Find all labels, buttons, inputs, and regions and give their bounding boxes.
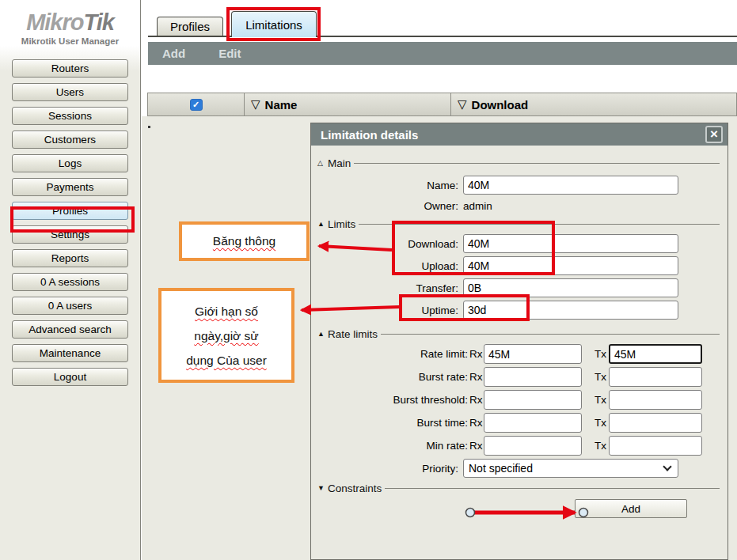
section-rule <box>381 334 720 335</box>
priority-value: Not specified <box>469 462 533 475</box>
burst-rate-row: Burst rate: Rx Tx <box>317 367 720 387</box>
sort-icon: ▽ <box>251 97 260 112</box>
select-all-header-cell: ✓ <box>147 93 245 116</box>
triangle-up-outline-icon: △ <box>317 159 328 167</box>
sort-icon: ▽ <box>458 97 467 112</box>
logo-text-mikro: Mikro <box>26 9 83 35</box>
callout-uptime-line1: Giới hạn số <box>195 299 258 324</box>
burst-rate-tx-input[interactable] <box>609 367 702 387</box>
section-label: Main <box>328 157 351 169</box>
annotation-box-profiles-button <box>10 206 135 233</box>
section-constraints[interactable]: ▼ Constraints <box>317 482 720 494</box>
checkmark-icon: ✓ <box>192 100 199 110</box>
owner-row: Owner: admin <box>317 199 720 213</box>
annotation-box-download-upload <box>392 221 555 275</box>
burst-rate-label: Burst rate: <box>317 371 468 383</box>
tx-label: Tx <box>595 440 609 452</box>
priority-label: Priority: <box>317 463 458 475</box>
sidebar-item-reports[interactable]: Reports <box>12 249 128 267</box>
row-marker <box>148 126 150 128</box>
rx-label: Rx <box>469 371 484 383</box>
rate-limit-rx-input[interactable] <box>484 344 582 364</box>
app-subtitle: Mikrotik User Manager <box>0 36 140 46</box>
min-rate-label: Min rate: <box>317 440 468 452</box>
add-row: Add <box>317 499 720 518</box>
rx-label: Rx <box>469 440 484 452</box>
callout-uptime-line2: ngày,giờ sử <box>194 324 258 348</box>
sidebar-item-users[interactable]: Users <box>12 83 128 101</box>
rx-label: Rx <box>469 348 484 360</box>
burst-time-tx-input[interactable] <box>609 413 702 433</box>
dialog-body: △ Main Name: Owner: admin ▲ Limits Downl… <box>311 157 728 518</box>
sidebar-item-maintenance[interactable]: Maintenance <box>12 344 128 362</box>
rx-label: Rx <box>469 417 484 429</box>
section-main[interactable]: △ Main <box>317 157 720 169</box>
close-icon[interactable]: × <box>705 126 723 143</box>
burst-threshold-label: Burst threshold: <box>317 394 468 406</box>
callout-bandwidth: Băng thông <box>179 221 310 261</box>
column-header-download[interactable]: ▽ Download <box>450 93 737 116</box>
rate-limit-row: Rate limit: Rx Tx <box>317 344 720 364</box>
sidebar-item-advanced-search[interactable]: Advanced search <box>12 320 128 339</box>
toolbar: Add Edit <box>148 42 737 65</box>
section-rule <box>385 488 720 489</box>
min-rate-tx-input[interactable] <box>609 436 702 456</box>
name-row: Name: <box>317 176 720 195</box>
callout-uptime-line3: dụng Của user <box>186 348 267 373</box>
edit-menu-item[interactable]: Edit <box>218 47 241 60</box>
section-label: Limits <box>328 218 355 230</box>
section-label: Rate limits <box>328 328 378 340</box>
name-input[interactable] <box>463 176 678 195</box>
burst-threshold-row: Burst threshold: Rx Tx <box>317 390 720 410</box>
min-rate-rx-input[interactable] <box>484 436 582 456</box>
sidebar-item-customers[interactable]: Customers <box>12 131 128 149</box>
table-header: ✓ ▽ Name ▽ Download <box>147 93 737 116</box>
rate-limit-tx-input[interactable] <box>609 344 702 364</box>
burst-threshold-rx-input[interactable] <box>484 390 582 410</box>
callout-uptime-limit: Giới hạn số ngày,giờ sử dụng Của user <box>158 288 294 383</box>
burst-rate-rx-input[interactable] <box>484 367 582 387</box>
add-button[interactable]: Add <box>575 499 687 518</box>
select-all-checkbox[interactable]: ✓ <box>190 99 203 111</box>
triangle-up-icon: ▲ <box>317 220 328 228</box>
rx-label: Rx <box>469 394 484 406</box>
section-label: Constraints <box>328 482 382 494</box>
burst-time-row: Burst time: Rx Tx <box>317 413 720 433</box>
column-header-name[interactable]: ▽ Name <box>244 93 451 116</box>
owner-label: Owner: <box>317 200 458 212</box>
logo-text-tik: Tik <box>83 9 113 35</box>
user-manager-app: MikroTik Mikrotik User Manager Routers U… <box>0 0 737 560</box>
add-menu-item[interactable]: Add <box>162 47 185 60</box>
chevron-down-icon <box>663 462 671 471</box>
tx-label: Tx <box>595 417 609 429</box>
transfer-label: Transfer: <box>317 282 458 294</box>
sidebar-item-logout[interactable]: Logout <box>12 368 128 386</box>
limitation-details-dialog: Limitation details × △ Main Name: Owner:… <box>310 123 728 560</box>
sidebar-item-payments[interactable]: Payments <box>12 178 128 196</box>
name-label: Name: <box>317 180 458 191</box>
dialog-titlebar: Limitation details × <box>311 123 728 146</box>
triangle-up-icon: ▲ <box>317 330 328 338</box>
mikrotik-logo: MikroTik Mikrotik User Manager <box>0 0 140 46</box>
priority-row: Priority: Not specified <box>317 459 720 478</box>
sidebar-item-active-sessions[interactable]: 0 A sessions <box>12 273 128 291</box>
sidebar-item-routers[interactable]: Routers <box>12 59 128 78</box>
annotation-box-limitations-tab <box>226 7 321 41</box>
burst-threshold-tx-input[interactable] <box>609 390 702 410</box>
annotation-box-uptime <box>399 294 530 321</box>
priority-select[interactable]: Not specified <box>463 459 678 478</box>
sidebar-item-logs[interactable]: Logs <box>12 154 128 172</box>
rate-limit-label: Rate limit: <box>317 348 468 360</box>
tx-label: Tx <box>595 394 609 406</box>
sidebar-item-sessions[interactable]: Sessions <box>12 107 128 125</box>
tx-label: Tx <box>595 348 609 360</box>
burst-time-rx-input[interactable] <box>484 413 582 433</box>
section-rate-limits[interactable]: ▲ Rate limits <box>317 327 720 340</box>
owner-value: admin <box>463 200 492 212</box>
sidebar-item-active-users[interactable]: 0 A users <box>12 297 128 315</box>
section-rule <box>354 163 720 164</box>
min-rate-row: Min rate: Rx Tx <box>317 436 720 456</box>
tab-profiles[interactable]: Profiles <box>157 17 223 36</box>
triangle-down-icon: ▼ <box>317 484 328 492</box>
column-label: Name <box>265 98 298 112</box>
